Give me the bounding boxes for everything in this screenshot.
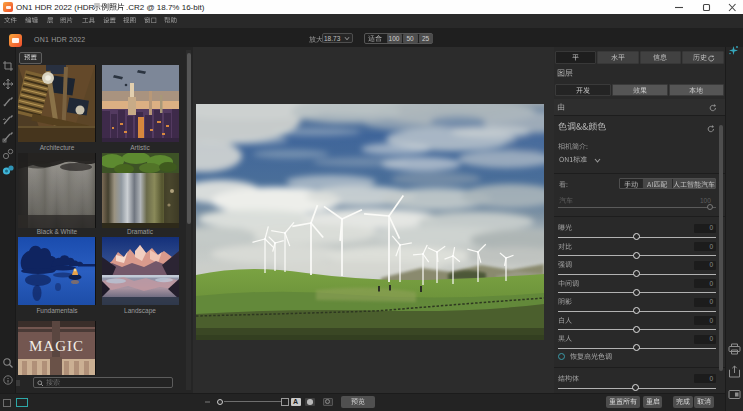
svg-text:MAGIC: MAGIC — [29, 338, 84, 354]
